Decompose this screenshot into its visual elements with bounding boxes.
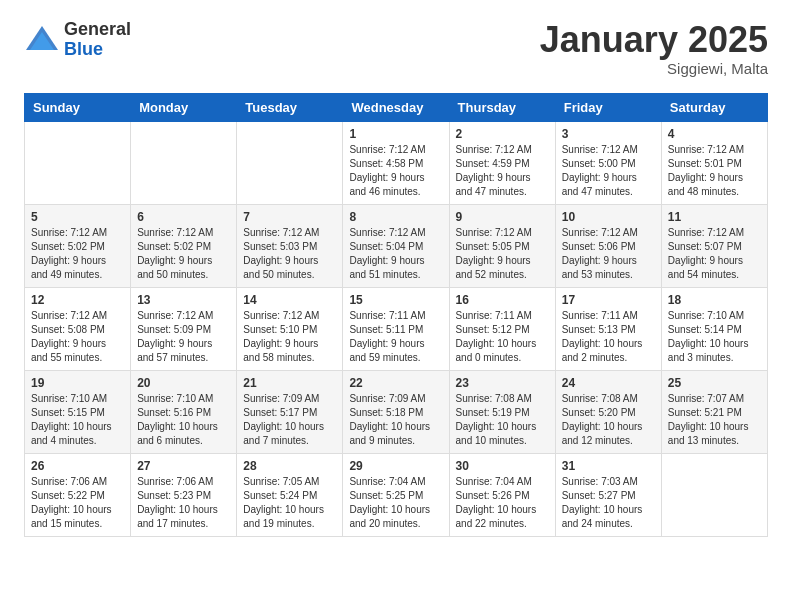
calendar-row-2: 12Sunrise: 7:12 AMSunset: 5:08 PMDayligh… [25,287,768,370]
day-info: Sunrise: 7:07 AMSunset: 5:21 PMDaylight:… [668,392,761,448]
location: Siggiewi, Malta [540,60,768,77]
calendar-cell: 9Sunrise: 7:12 AMSunset: 5:05 PMDaylight… [449,204,555,287]
day-number: 20 [137,376,230,390]
day-number: 12 [31,293,124,307]
day-number: 26 [31,459,124,473]
header-tuesday: Tuesday [237,93,343,121]
day-number: 7 [243,210,336,224]
calendar-cell [25,121,131,204]
calendar-row-0: 1Sunrise: 7:12 AMSunset: 4:58 PMDaylight… [25,121,768,204]
day-number: 3 [562,127,655,141]
header-friday: Friday [555,93,661,121]
calendar-cell: 12Sunrise: 7:12 AMSunset: 5:08 PMDayligh… [25,287,131,370]
calendar-cell: 1Sunrise: 7:12 AMSunset: 4:58 PMDaylight… [343,121,449,204]
header-saturday: Saturday [661,93,767,121]
day-number: 22 [349,376,442,390]
day-info: Sunrise: 7:06 AMSunset: 5:23 PMDaylight:… [137,475,230,531]
calendar-cell: 16Sunrise: 7:11 AMSunset: 5:12 PMDayligh… [449,287,555,370]
day-info: Sunrise: 7:10 AMSunset: 5:14 PMDaylight:… [668,309,761,365]
calendar-cell: 23Sunrise: 7:08 AMSunset: 5:19 PMDayligh… [449,370,555,453]
day-number: 30 [456,459,549,473]
day-number: 29 [349,459,442,473]
calendar-cell: 15Sunrise: 7:11 AMSunset: 5:11 PMDayligh… [343,287,449,370]
logo-text: General Blue [64,20,131,60]
day-info: Sunrise: 7:12 AMSunset: 5:06 PMDaylight:… [562,226,655,282]
day-info: Sunrise: 7:11 AMSunset: 5:13 PMDaylight:… [562,309,655,365]
day-number: 31 [562,459,655,473]
calendar-cell: 8Sunrise: 7:12 AMSunset: 5:04 PMDaylight… [343,204,449,287]
day-info: Sunrise: 7:10 AMSunset: 5:16 PMDaylight:… [137,392,230,448]
calendar-cell: 11Sunrise: 7:12 AMSunset: 5:07 PMDayligh… [661,204,767,287]
title-section: January 2025 Siggiewi, Malta [540,20,768,77]
calendar-cell: 13Sunrise: 7:12 AMSunset: 5:09 PMDayligh… [131,287,237,370]
day-info: Sunrise: 7:12 AMSunset: 5:02 PMDaylight:… [31,226,124,282]
calendar-cell: 7Sunrise: 7:12 AMSunset: 5:03 PMDaylight… [237,204,343,287]
day-number: 8 [349,210,442,224]
day-number: 6 [137,210,230,224]
header: General Blue January 2025 Siggiewi, Malt… [24,20,768,77]
weekday-header-row: Sunday Monday Tuesday Wednesday Thursday… [25,93,768,121]
day-info: Sunrise: 7:05 AMSunset: 5:24 PMDaylight:… [243,475,336,531]
calendar-cell: 24Sunrise: 7:08 AMSunset: 5:20 PMDayligh… [555,370,661,453]
logo-blue-text: Blue [64,40,131,60]
day-info: Sunrise: 7:04 AMSunset: 5:25 PMDaylight:… [349,475,442,531]
calendar-row-3: 19Sunrise: 7:10 AMSunset: 5:15 PMDayligh… [25,370,768,453]
day-number: 13 [137,293,230,307]
day-number: 11 [668,210,761,224]
calendar-cell: 5Sunrise: 7:12 AMSunset: 5:02 PMDaylight… [25,204,131,287]
day-info: Sunrise: 7:12 AMSunset: 4:58 PMDaylight:… [349,143,442,199]
day-info: Sunrise: 7:08 AMSunset: 5:20 PMDaylight:… [562,392,655,448]
day-info: Sunrise: 7:11 AMSunset: 5:12 PMDaylight:… [456,309,549,365]
day-info: Sunrise: 7:06 AMSunset: 5:22 PMDaylight:… [31,475,124,531]
calendar-cell: 17Sunrise: 7:11 AMSunset: 5:13 PMDayligh… [555,287,661,370]
calendar-cell: 18Sunrise: 7:10 AMSunset: 5:14 PMDayligh… [661,287,767,370]
calendar-cell: 6Sunrise: 7:12 AMSunset: 5:02 PMDaylight… [131,204,237,287]
day-info: Sunrise: 7:03 AMSunset: 5:27 PMDaylight:… [562,475,655,531]
day-info: Sunrise: 7:12 AMSunset: 4:59 PMDaylight:… [456,143,549,199]
day-number: 1 [349,127,442,141]
page: General Blue January 2025 Siggiewi, Malt… [0,0,792,557]
day-number: 15 [349,293,442,307]
logo-general-text: General [64,20,131,40]
calendar-cell: 28Sunrise: 7:05 AMSunset: 5:24 PMDayligh… [237,453,343,536]
day-info: Sunrise: 7:12 AMSunset: 5:03 PMDaylight:… [243,226,336,282]
calendar-cell: 22Sunrise: 7:09 AMSunset: 5:18 PMDayligh… [343,370,449,453]
day-number: 28 [243,459,336,473]
day-info: Sunrise: 7:08 AMSunset: 5:19 PMDaylight:… [456,392,549,448]
day-number: 10 [562,210,655,224]
calendar-cell [131,121,237,204]
month-title: January 2025 [540,20,768,60]
day-info: Sunrise: 7:12 AMSunset: 5:05 PMDaylight:… [456,226,549,282]
calendar-cell: 3Sunrise: 7:12 AMSunset: 5:00 PMDaylight… [555,121,661,204]
calendar-cell: 27Sunrise: 7:06 AMSunset: 5:23 PMDayligh… [131,453,237,536]
day-info: Sunrise: 7:12 AMSunset: 5:01 PMDaylight:… [668,143,761,199]
header-wednesday: Wednesday [343,93,449,121]
calendar-cell: 21Sunrise: 7:09 AMSunset: 5:17 PMDayligh… [237,370,343,453]
day-info: Sunrise: 7:12 AMSunset: 5:02 PMDaylight:… [137,226,230,282]
calendar-cell [237,121,343,204]
day-number: 2 [456,127,549,141]
day-info: Sunrise: 7:12 AMSunset: 5:08 PMDaylight:… [31,309,124,365]
logo-icon [24,22,60,58]
day-info: Sunrise: 7:12 AMSunset: 5:04 PMDaylight:… [349,226,442,282]
header-monday: Monday [131,93,237,121]
day-number: 17 [562,293,655,307]
day-number: 5 [31,210,124,224]
day-number: 21 [243,376,336,390]
day-info: Sunrise: 7:11 AMSunset: 5:11 PMDaylight:… [349,309,442,365]
calendar-cell: 19Sunrise: 7:10 AMSunset: 5:15 PMDayligh… [25,370,131,453]
header-thursday: Thursday [449,93,555,121]
day-info: Sunrise: 7:04 AMSunset: 5:26 PMDaylight:… [456,475,549,531]
calendar-cell: 14Sunrise: 7:12 AMSunset: 5:10 PMDayligh… [237,287,343,370]
day-number: 4 [668,127,761,141]
calendar: Sunday Monday Tuesday Wednesday Thursday… [24,93,768,537]
day-number: 24 [562,376,655,390]
header-sunday: Sunday [25,93,131,121]
day-info: Sunrise: 7:09 AMSunset: 5:17 PMDaylight:… [243,392,336,448]
day-info: Sunrise: 7:10 AMSunset: 5:15 PMDaylight:… [31,392,124,448]
day-info: Sunrise: 7:12 AMSunset: 5:09 PMDaylight:… [137,309,230,365]
calendar-cell: 31Sunrise: 7:03 AMSunset: 5:27 PMDayligh… [555,453,661,536]
day-info: Sunrise: 7:09 AMSunset: 5:18 PMDaylight:… [349,392,442,448]
calendar-cell: 25Sunrise: 7:07 AMSunset: 5:21 PMDayligh… [661,370,767,453]
day-number: 19 [31,376,124,390]
